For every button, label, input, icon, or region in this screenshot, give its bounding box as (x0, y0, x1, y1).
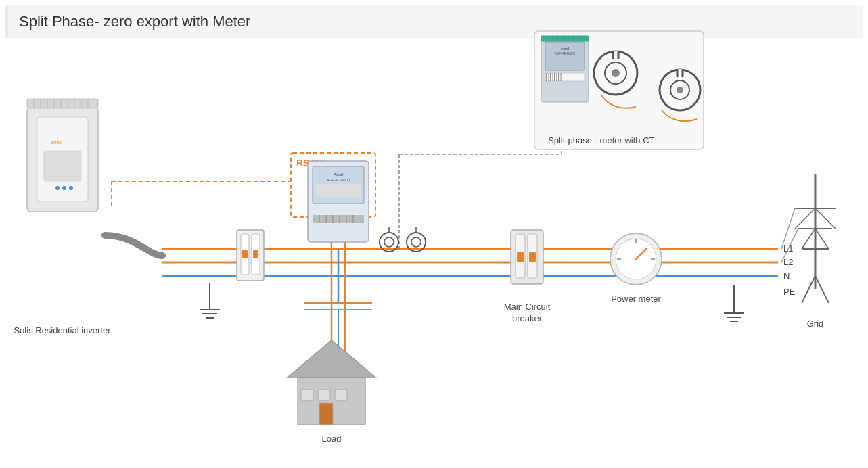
svg-rect-24 (44, 151, 81, 181)
svg-rect-95 (301, 390, 313, 400)
svg-rect-65 (529, 252, 536, 262)
svg-point-124 (612, 69, 620, 77)
svg-line-85 (802, 229, 815, 249)
svg-rect-59 (242, 250, 248, 258)
svg-text:Acrel: Acrel (334, 172, 343, 177)
pe-label: PE (783, 287, 796, 297)
inverter-label: Solis Residential inverter (14, 325, 111, 335)
svg-text:Load: Load (322, 434, 342, 444)
svg-rect-96 (318, 390, 330, 400)
svg-rect-28 (27, 99, 98, 108)
svg-point-25 (55, 186, 60, 190)
svg-point-26 (62, 186, 66, 190)
svg-point-54 (411, 237, 421, 247)
svg-point-51 (384, 237, 394, 247)
svg-rect-94 (319, 403, 333, 425)
l2-label: L2 (783, 257, 793, 267)
svg-line-88 (815, 276, 829, 303)
svg-line-86 (815, 229, 829, 249)
n-label: N (783, 271, 790, 281)
svg-line-89 (781, 208, 795, 249)
svg-rect-43 (313, 215, 364, 223)
svg-text:AGF-AE-D/200: AGF-AE-D/200 (555, 52, 576, 55)
svg-text:AGF-AE-D/200: AGF-AE-D/200 (327, 178, 350, 182)
svg-rect-64 (517, 252, 524, 262)
svg-rect-60 (253, 250, 258, 258)
svg-point-130 (677, 87, 683, 93)
svg-rect-113 (545, 73, 585, 81)
svg-text:Grid: Grid (807, 319, 824, 329)
svg-text:solis: solis (51, 139, 62, 145)
ct-meter-label: Split-phase - meter with CT (548, 135, 655, 145)
diagram-svg: RS485 solis Solis Residential inverter A… (0, 0, 868, 468)
svg-rect-102 (541, 36, 589, 41)
svg-rect-97 (335, 390, 347, 400)
svg-text:Main Circuit: Main Circuit (504, 302, 551, 312)
svg-marker-93 (288, 340, 375, 377)
svg-text:Power meter: Power meter (611, 294, 661, 304)
svg-line-83 (795, 208, 815, 229)
svg-rect-42 (315, 184, 361, 197)
svg-line-84 (815, 208, 836, 229)
svg-line-87 (802, 276, 815, 303)
svg-text:Acrel: Acrel (561, 47, 570, 51)
svg-text:breaker: breaker (512, 313, 543, 323)
svg-point-27 (69, 186, 73, 190)
